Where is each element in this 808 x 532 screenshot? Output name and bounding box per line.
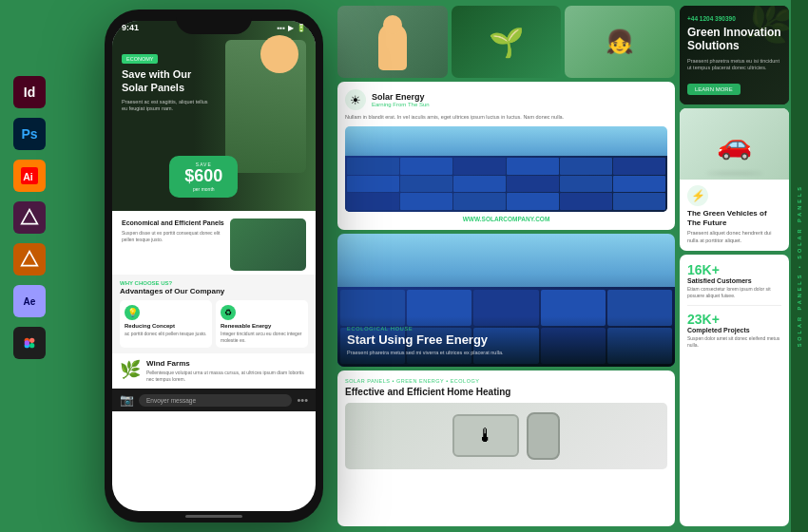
gi-learn-more-btn[interactable]: LEARN MORE [687, 84, 741, 95]
phone-screen: ECONOMY Save with Our Solar Panels Praes… [112, 21, 316, 511]
vertical-label-text: SOLAR PANELS • SOLAR PANELS [797, 184, 802, 347]
phone-hero-title: Save with Our Solar Panels [122, 67, 217, 95]
svg-point-8 [25, 340, 29, 345]
phone-why-label: WHY CHOOSE US? [120, 280, 308, 286]
phone-wind-icon: 🌿 [120, 359, 141, 380]
phone-section1-desc: Suspen disse ut ex porttit consequat don… [122, 230, 224, 243]
svg-marker-3 [22, 252, 38, 266]
phone-adv-item-2: ♻ Renewable Energy Integer tincidunt arc… [216, 300, 308, 348]
app-sidebar: Id Ps Ai Ae [13, 76, 46, 359]
sidebar-icon-affinity2[interactable] [13, 243, 46, 276]
solar-url: WWW.SOLARCOMPANY.COM [345, 216, 667, 222]
vertical-label-bar: SOLAR PANELS • SOLAR PANELS [791, 0, 808, 532]
sidebar-icon-figma[interactable] [13, 327, 46, 359]
phone-economy-label: ECONOMY [122, 54, 158, 64]
heating-label: SOLAR PANELS • GREEN ENERGY • ECOLOGY [345, 378, 667, 384]
phone-mockup: 9:41 ▪▪▪ ▶ 🔋 ECONOMY [105, 10, 323, 522]
sidebar-icon-photoshop[interactable]: Ps [13, 118, 46, 150]
sidebar-icon-aftereffects[interactable]: Ae [13, 285, 46, 317]
phone-economical-section: Economical and Efficient Panels Suspen d… [112, 211, 316, 275]
stat1-desc: Etiam consectetur lorem ipsum dolor sit … [687, 286, 781, 299]
green-innovation-card: 🌿 +44 1204 390390 Green Innovation Solut… [680, 6, 789, 104]
gv-title: The Green Vehicles of The Future [687, 209, 781, 227]
phone-home-indicator [185, 515, 242, 518]
solar-energy-subtitle: Earning From The Sun [372, 102, 430, 107]
gv-content: ⚡ The Green Vehicles of The Future Praes… [680, 180, 789, 251]
solar-icon: ☀ [345, 89, 366, 110]
phone-messenger-bar[interactable]: 📷 Envoyer message ••• [112, 389, 316, 411]
phone-wind-title: Wind Farms [146, 359, 308, 368]
gi-phone: +44 1204 390390 [687, 15, 781, 22]
green-vehicles-card: 🚗 ⚡ The Green Vehicles of The Future Pra… [680, 108, 789, 251]
stat-1: 16K+ Satisfied Customers Etiam consectet… [687, 262, 781, 299]
stat1-number: 16K+ [687, 262, 781, 277]
free-energy-card: ECOLOGICAL HOUSE Start Using Free Energy… [337, 234, 675, 367]
solar-energy-card: ☀ Solar Energy Earning From The Sun Null… [337, 82, 675, 230]
svg-point-5 [29, 338, 34, 343]
heating-image: 🌡 [345, 403, 667, 469]
ev-car-icon: 🚗 [717, 127, 752, 161]
top-image-row: 🌱 👧 [337, 6, 675, 78]
fe-title: Start Using Free Energy [347, 333, 665, 347]
phone-eco-image [230, 218, 306, 271]
sidebar-icon-affinity1[interactable] [13, 201, 46, 234]
stats-card: 16K+ Satisfied Customers Etiam consectet… [680, 255, 789, 526]
right-column: 🌿 +44 1204 390390 Green Innovation Solut… [680, 6, 789, 526]
svg-point-7 [29, 343, 34, 348]
phone-wind-section: 🌿 Wind Farms Pellentesque volutpat urna … [112, 353, 316, 389]
plant-image: 🌱 [452, 6, 562, 78]
fe-content: ECOLOGICAL HOUSE Start Using Free Energy… [337, 316, 675, 367]
svg-marker-2 [22, 210, 38, 224]
svg-text:Ai: Ai [23, 171, 33, 182]
middle-column: 🌱 👧 ☀ Solar Energy Earning From The Sun … [337, 6, 675, 526]
stat-2: 23K+ Completed Projects Suspen dolor ame… [687, 312, 781, 349]
phone-adv-icon-2: ♻ [221, 305, 236, 320]
gv-image: 🚗 [680, 108, 789, 180]
fe-label: ECOLOGICAL HOUSE [347, 326, 665, 332]
phone-adv-icon-1: 💡 [125, 305, 140, 320]
gi-title: Green Innovation Solutions [687, 27, 781, 53]
stat1-title: Satisfied Customers [687, 277, 781, 284]
worker-image [337, 6, 448, 78]
phone-save-badge: SAVE $600 per month [169, 156, 238, 198]
child-image: 👧 [565, 6, 675, 78]
phone-adv-title: Advantages of Our Company [120, 287, 308, 295]
stat2-desc: Suspen dolor amet sit donec eleifend met… [687, 335, 781, 349]
phone-camera-icon[interactable]: 📷 [120, 393, 134, 407]
ac-unit-icon: 🌡 [452, 414, 519, 457]
gv-icon: ⚡ [687, 185, 708, 206]
sidebar-icon-acrobat[interactable]: Ai [13, 160, 46, 192]
phone-hero-section: ECONOMY Save with Our Solar Panels Praes… [112, 21, 316, 211]
ac-outdoor-unit [527, 412, 560, 460]
heating-card: SOLAR PANELS • GREEN ENERGY • ECOLOGY Ef… [337, 370, 675, 526]
gv-desc: Praesent aliquet donec hendrerit dui nul… [687, 230, 781, 244]
solar-energy-title: Solar Energy [372, 92, 430, 102]
phone-hero-desc: Praesent ac est sagittis, aliquet tellus… [122, 99, 212, 113]
sidebar-icon-indesign[interactable]: Id [13, 76, 46, 108]
phone-time: 9:41 [122, 23, 139, 32]
phone-more-icon[interactable]: ••• [297, 394, 308, 406]
heating-title: Effective and Efficient Home Heating [345, 387, 667, 397]
phone-message-input[interactable]: Envoyer message [139, 394, 292, 407]
stat2-title: Completed Projects [687, 327, 781, 333]
solar-energy-desc: Nullam in blandit erat. In vel iaculis a… [345, 114, 667, 122]
fe-desc: Praesent pharetra metus sed mi viverra e… [347, 350, 665, 357]
gi-desc: Praesent pharetra metus eu isi tincidunt… [687, 58, 781, 72]
cards-area: 🌱 👧 ☀ Solar Energy Earning From The Sun … [337, 6, 789, 526]
phone-frame: 9:41 ▪▪▪ ▶ 🔋 ECONOMY [105, 10, 323, 522]
phone-adv-item-1: 💡 Reducing Concept ac porttit donec elit… [120, 300, 212, 348]
phone-wind-desc: Pellentesque volutpat urna ut massa curs… [146, 370, 308, 383]
solar-panel-image [345, 126, 667, 212]
phone-advantages-section: WHY CHOOSE US? Advantages of Our Company… [112, 275, 316, 353]
phone-section1-title: Economical and Efficient Panels [122, 218, 224, 227]
stat-divider [687, 305, 781, 306]
stat2-number: 23K+ [687, 312, 781, 327]
